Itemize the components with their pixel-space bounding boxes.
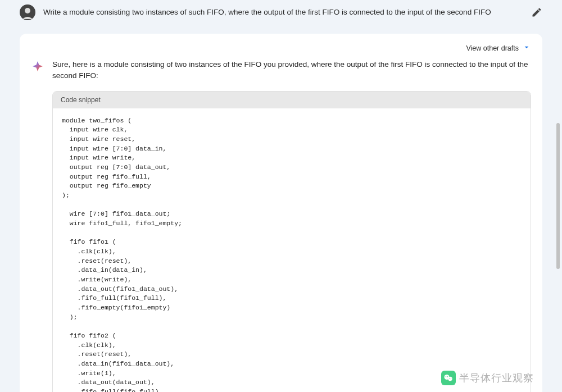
svg-point-7 bbox=[451, 378, 451, 379]
code-block: Code snippet module two_fifos ( input wi… bbox=[52, 91, 531, 393]
code-content: module two_fifos ( input wire clk, input… bbox=[53, 108, 531, 393]
code-header: Code snippet bbox=[53, 92, 531, 108]
user-message-row: Write a module consisting two instances … bbox=[20, 0, 542, 25]
svg-point-1 bbox=[25, 8, 30, 13]
view-drafts-button[interactable]: View other drafts bbox=[466, 43, 531, 53]
chevron-down-icon bbox=[522, 43, 531, 53]
response-intro-text: Sure, here is a module consisting of two… bbox=[52, 59, 531, 82]
sparkle-icon bbox=[31, 60, 44, 74]
scrollbar[interactable] bbox=[556, 123, 560, 269]
drafts-row: View other drafts bbox=[31, 43, 531, 53]
drafts-label: View other drafts bbox=[466, 44, 519, 52]
edit-icon[interactable] bbox=[531, 7, 542, 18]
user-avatar bbox=[20, 4, 35, 20]
svg-point-6 bbox=[449, 378, 450, 379]
response-content: Sure, here is a module consisting of two… bbox=[52, 59, 531, 392]
watermark-text: 半导体行业观察 bbox=[459, 371, 534, 385]
watermark: 半导体行业观察 bbox=[441, 371, 534, 385]
response-card: View other drafts bbox=[20, 34, 542, 392]
user-message-text: Write a module consisting two instances … bbox=[43, 7, 525, 18]
svg-point-3 bbox=[448, 377, 452, 381]
response-body: Sure, here is a module consisting of two… bbox=[31, 59, 531, 392]
svg-point-4 bbox=[446, 376, 447, 377]
wechat-icon bbox=[441, 371, 456, 385]
svg-point-5 bbox=[447, 376, 448, 377]
